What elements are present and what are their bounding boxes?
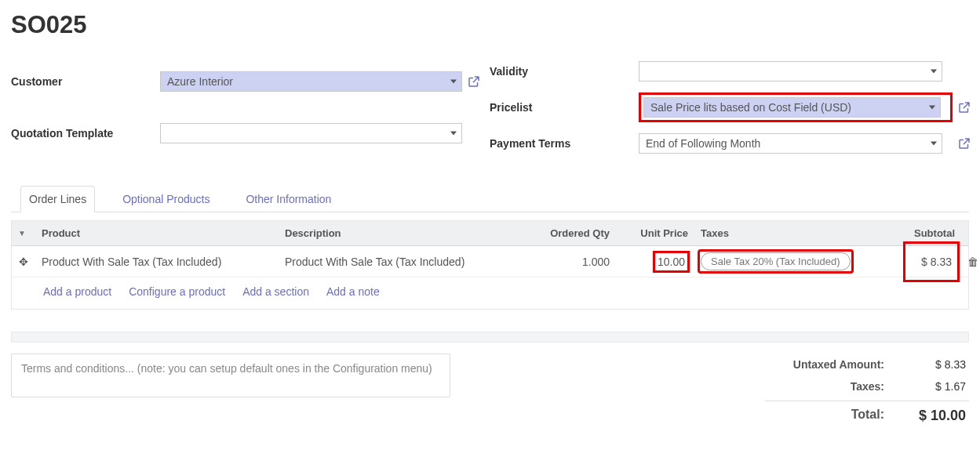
row-description[interactable]: Product With Sale Tax (Tax Included): [279, 249, 506, 274]
add-section-link[interactable]: Add a section: [242, 285, 309, 298]
tab-other-information[interactable]: Other Information: [237, 186, 340, 212]
payment-value: End of Following Month: [646, 137, 760, 150]
untaxed-value: $ 8.33: [911, 358, 966, 371]
row-unit-price[interactable]: 10.00: [616, 248, 694, 276]
chevron-down-icon: [931, 142, 937, 146]
total-value: $ 10.00: [911, 408, 966, 424]
unit-price-value: 10.00: [658, 256, 685, 268]
table-row[interactable]: ✥ Product With Sale Tax (Tax Included) P…: [12, 246, 968, 277]
tabs: Order Lines Optional Products Other Info…: [11, 185, 969, 212]
chevron-down-icon: [929, 106, 935, 110]
customer-select[interactable]: Azure Interior: [160, 71, 462, 92]
order-lines-grid: ▼ Product Description Ordered Qty Unit P…: [11, 220, 969, 310]
row-product[interactable]: Product With Sale Tax (Tax Included): [35, 249, 279, 274]
pricelist-external-link-icon[interactable]: [957, 100, 976, 114]
template-label: Quotation Template: [11, 127, 160, 140]
payment-label: Payment Terms: [490, 137, 639, 150]
chevron-down-icon: [450, 80, 457, 84]
customer-label: Customer: [11, 75, 160, 88]
validity-label: Validity: [490, 65, 639, 78]
row-subtotal: $ 8.33: [875, 248, 961, 276]
payment-select[interactable]: End of Following Month: [639, 133, 942, 154]
col-qty: Ordered Qty: [506, 221, 616, 245]
page-title: SO025: [11, 11, 969, 39]
tab-order-lines[interactable]: Order Lines: [20, 186, 95, 212]
delete-row-icon[interactable]: 🗑: [961, 249, 975, 274]
row-taxes[interactable]: Sale Tax 20% (Tax Included): [694, 246, 875, 277]
add-note-link[interactable]: Add a note: [326, 285, 380, 298]
template-select[interactable]: [160, 123, 462, 143]
pricelist-value: Sale Price lits based on Cost Field (USD…: [650, 101, 851, 114]
terms-placeholder: Terms and conditions... (note: you can s…: [21, 362, 432, 375]
pricelist-label: Pricelist: [490, 101, 639, 114]
tax-pill[interactable]: Sale Tax 20% (Tax Included): [701, 252, 851, 270]
chevron-down-icon: [931, 70, 937, 74]
total-label: Total:: [851, 408, 884, 424]
untaxed-label: Untaxed Amount:: [793, 358, 884, 371]
pricelist-highlight: Sale Price lits based on Cost Field (USD…: [639, 92, 953, 122]
terms-textarea[interactable]: Terms and conditions... (note: you can s…: [11, 354, 450, 397]
payment-external-link-icon[interactable]: [957, 136, 976, 150]
customer-value: Azure Interior: [167, 75, 233, 88]
taxes-value: $ 1.67: [911, 380, 966, 393]
pricelist-select[interactable]: Sale Price lits based on Cost Field (USD…: [643, 97, 941, 118]
drag-handle-icon[interactable]: ✥: [12, 249, 35, 274]
tab-optional-products[interactable]: Optional Products: [114, 186, 218, 212]
col-unit-price: Unit Price: [616, 221, 694, 245]
add-product-link[interactable]: Add a product: [43, 285, 111, 298]
row-qty[interactable]: 1.000: [506, 249, 616, 274]
taxes-label: Taxes:: [851, 380, 884, 393]
totals-block: Untaxed Amount: $ 8.33 Taxes: $ 1.67 Tot…: [765, 354, 969, 429]
validity-select[interactable]: [639, 61, 942, 82]
col-subtotal: Subtotal: [875, 221, 961, 245]
divider: [11, 332, 969, 343]
configure-product-link[interactable]: Configure a product: [129, 285, 225, 298]
col-taxes: Taxes: [694, 221, 875, 245]
subtotal-value: $ 8.33: [921, 256, 952, 268]
sort-icon[interactable]: ▼: [12, 223, 35, 244]
customer-external-link-icon[interactable]: [467, 74, 481, 89]
chevron-down-icon: [450, 132, 457, 136]
col-description: Description: [279, 221, 506, 245]
col-product: Product: [35, 221, 279, 245]
